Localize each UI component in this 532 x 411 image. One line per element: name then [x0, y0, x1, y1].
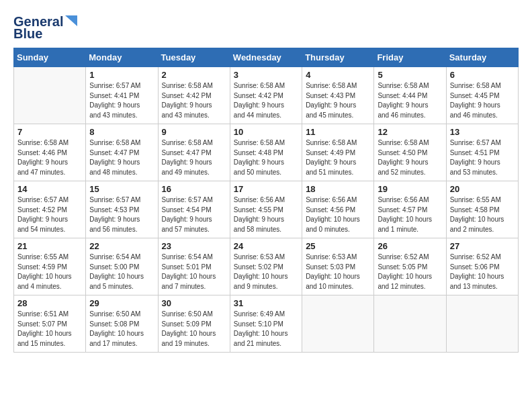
- day-number: 29: [89, 298, 154, 308]
- day-cell: 20Sunrise: 6:55 AM Sunset: 4:58 PM Dayli…: [446, 181, 518, 238]
- day-cell: 4Sunrise: 6:58 AM Sunset: 4:43 PM Daylig…: [302, 67, 374, 124]
- day-cell: 15Sunrise: 6:57 AM Sunset: 4:53 PM Dayli…: [86, 181, 158, 238]
- day-cell: 12Sunrise: 6:58 AM Sunset: 4:50 PM Dayli…: [374, 124, 446, 181]
- day-number: 21: [17, 241, 82, 251]
- day-cell: 19Sunrise: 6:56 AM Sunset: 4:57 PM Dayli…: [374, 181, 446, 238]
- day-number: 30: [162, 298, 226, 308]
- day-cell: [446, 295, 518, 353]
- day-number: 22: [89, 241, 154, 251]
- day-cell: 14Sunrise: 6:57 AM Sunset: 4:52 PM Dayli…: [14, 181, 86, 238]
- week-row-2: 7Sunrise: 6:58 AM Sunset: 4:46 PM Daylig…: [14, 124, 519, 181]
- day-cell: [14, 67, 86, 124]
- day-cell: 8Sunrise: 6:58 AM Sunset: 4:47 PM Daylig…: [86, 124, 158, 181]
- day-number: 12: [378, 127, 442, 137]
- day-number: 20: [450, 184, 515, 194]
- day-cell: 6Sunrise: 6:58 AM Sunset: 4:45 PM Daylig…: [446, 67, 518, 124]
- day-info: Sunrise: 6:50 AM Sunset: 5:09 PM Dayligh…: [162, 310, 226, 349]
- day-info: Sunrise: 6:58 AM Sunset: 4:50 PM Dayligh…: [378, 138, 442, 177]
- day-info: Sunrise: 6:49 AM Sunset: 5:10 PM Dayligh…: [234, 310, 298, 349]
- day-info: Sunrise: 6:52 AM Sunset: 5:05 PM Dayligh…: [378, 253, 442, 291]
- week-row-5: 28Sunrise: 6:51 AM Sunset: 5:07 PM Dayli…: [14, 295, 519, 353]
- day-cell: 26Sunrise: 6:52 AM Sunset: 5:05 PM Dayli…: [374, 238, 446, 295]
- day-cell: 23Sunrise: 6:54 AM Sunset: 5:01 PM Dayli…: [158, 238, 230, 295]
- day-cell: 27Sunrise: 6:52 AM Sunset: 5:06 PM Dayli…: [446, 238, 518, 295]
- day-info: Sunrise: 6:58 AM Sunset: 4:47 PM Dayligh…: [89, 138, 154, 177]
- day-cell: 2Sunrise: 6:58 AM Sunset: 4:42 PM Daylig…: [158, 67, 230, 124]
- day-cell: 9Sunrise: 6:58 AM Sunset: 4:47 PM Daylig…: [158, 124, 230, 181]
- day-number: 18: [306, 184, 370, 194]
- day-cell: 25Sunrise: 6:53 AM Sunset: 5:03 PM Dayli…: [302, 238, 374, 295]
- day-number: 8: [89, 127, 154, 137]
- day-cell: 7Sunrise: 6:58 AM Sunset: 4:46 PM Daylig…: [14, 124, 86, 181]
- day-cell: 30Sunrise: 6:50 AM Sunset: 5:09 PM Dayli…: [158, 295, 230, 353]
- day-info: Sunrise: 6:55 AM Sunset: 4:58 PM Dayligh…: [450, 195, 515, 234]
- day-number: 24: [234, 241, 298, 251]
- day-cell: 18Sunrise: 6:56 AM Sunset: 4:56 PM Dayli…: [302, 181, 374, 238]
- day-number: 10: [234, 127, 298, 137]
- calendar-table: SundayMondayTuesdayWednesdayThursdayFrid…: [13, 48, 519, 353]
- day-info: Sunrise: 6:54 AM Sunset: 5:00 PM Dayligh…: [89, 253, 154, 291]
- day-number: 17: [234, 184, 298, 194]
- day-cell: 21Sunrise: 6:55 AM Sunset: 4:59 PM Dayli…: [14, 238, 86, 295]
- day-number: 13: [450, 127, 515, 137]
- day-info: Sunrise: 6:52 AM Sunset: 5:06 PM Dayligh…: [450, 253, 515, 291]
- header-saturday: Saturday: [446, 48, 518, 67]
- day-info: Sunrise: 6:57 AM Sunset: 4:52 PM Dayligh…: [17, 195, 82, 234]
- day-number: 23: [162, 241, 226, 251]
- week-row-4: 21Sunrise: 6:55 AM Sunset: 4:59 PM Dayli…: [14, 238, 519, 295]
- day-cell: 16Sunrise: 6:57 AM Sunset: 4:54 PM Dayli…: [158, 181, 230, 238]
- day-number: 11: [306, 127, 370, 137]
- day-cell: 1Sunrise: 6:57 AM Sunset: 4:41 PM Daylig…: [86, 67, 158, 124]
- day-cell: 28Sunrise: 6:51 AM Sunset: 5:07 PM Dayli…: [14, 295, 86, 353]
- day-number: 1: [89, 70, 154, 80]
- svg-marker-0: [65, 15, 77, 26]
- day-cell: 31Sunrise: 6:49 AM Sunset: 5:10 PM Dayli…: [230, 295, 302, 353]
- day-cell: 10Sunrise: 6:58 AM Sunset: 4:48 PM Dayli…: [230, 124, 302, 181]
- day-info: Sunrise: 6:58 AM Sunset: 4:45 PM Dayligh…: [450, 81, 515, 120]
- day-info: Sunrise: 6:57 AM Sunset: 4:41 PM Dayligh…: [89, 81, 154, 120]
- day-cell: 13Sunrise: 6:57 AM Sunset: 4:51 PM Dayli…: [446, 124, 518, 181]
- day-number: 25: [306, 241, 370, 251]
- day-cell: 17Sunrise: 6:56 AM Sunset: 4:55 PM Dayli…: [230, 181, 302, 238]
- day-number: 19: [378, 184, 442, 194]
- day-cell: 11Sunrise: 6:58 AM Sunset: 4:49 PM Dayli…: [302, 124, 374, 181]
- day-info: Sunrise: 6:57 AM Sunset: 4:53 PM Dayligh…: [89, 195, 154, 234]
- day-number: 14: [17, 184, 82, 194]
- day-info: Sunrise: 6:53 AM Sunset: 5:02 PM Dayligh…: [234, 253, 298, 291]
- week-row-3: 14Sunrise: 6:57 AM Sunset: 4:52 PM Dayli…: [14, 181, 519, 238]
- day-number: 27: [450, 241, 515, 251]
- day-number: 31: [234, 298, 298, 308]
- header-row: SundayMondayTuesdayWednesdayThursdayFrid…: [14, 48, 519, 67]
- day-info: Sunrise: 6:58 AM Sunset: 4:49 PM Dayligh…: [306, 138, 370, 177]
- day-info: Sunrise: 6:58 AM Sunset: 4:43 PM Dayligh…: [306, 81, 370, 120]
- day-number: 2: [162, 70, 226, 80]
- day-cell: [374, 295, 446, 353]
- day-info: Sunrise: 6:55 AM Sunset: 4:59 PM Dayligh…: [17, 253, 82, 291]
- day-info: Sunrise: 6:58 AM Sunset: 4:42 PM Dayligh…: [234, 81, 298, 120]
- header-thursday: Thursday: [302, 48, 374, 67]
- day-cell: 5Sunrise: 6:58 AM Sunset: 4:44 PM Daylig…: [374, 67, 446, 124]
- day-info: Sunrise: 6:58 AM Sunset: 4:46 PM Dayligh…: [17, 138, 82, 177]
- day-info: Sunrise: 6:53 AM Sunset: 5:03 PM Dayligh…: [306, 253, 370, 291]
- day-number: 6: [450, 70, 515, 80]
- day-info: Sunrise: 6:58 AM Sunset: 4:42 PM Dayligh…: [162, 81, 226, 120]
- day-info: Sunrise: 6:57 AM Sunset: 4:51 PM Dayligh…: [450, 138, 515, 177]
- header-friday: Friday: [374, 48, 446, 67]
- day-info: Sunrise: 6:54 AM Sunset: 5:01 PM Dayligh…: [162, 253, 226, 291]
- day-info: Sunrise: 6:50 AM Sunset: 5:08 PM Dayligh…: [89, 310, 154, 349]
- day-info: Sunrise: 6:56 AM Sunset: 4:55 PM Dayligh…: [234, 195, 298, 234]
- day-number: 16: [162, 184, 226, 194]
- day-info: Sunrise: 6:58 AM Sunset: 4:47 PM Dayligh…: [162, 138, 226, 177]
- day-number: 4: [306, 70, 370, 80]
- day-number: 15: [89, 184, 154, 194]
- day-number: 9: [162, 127, 226, 137]
- day-cell: 3Sunrise: 6:58 AM Sunset: 4:42 PM Daylig…: [230, 67, 302, 124]
- header-monday: Monday: [86, 48, 158, 67]
- day-info: Sunrise: 6:58 AM Sunset: 4:48 PM Dayligh…: [234, 138, 298, 177]
- day-cell: 29Sunrise: 6:50 AM Sunset: 5:08 PM Dayli…: [86, 295, 158, 353]
- day-number: 26: [378, 241, 442, 251]
- day-info: Sunrise: 6:56 AM Sunset: 4:57 PM Dayligh…: [378, 195, 442, 234]
- week-row-1: 1Sunrise: 6:57 AM Sunset: 4:41 PM Daylig…: [14, 67, 519, 124]
- logo-text-line2: Blue: [13, 26, 42, 41]
- day-info: Sunrise: 6:56 AM Sunset: 4:56 PM Dayligh…: [306, 195, 370, 234]
